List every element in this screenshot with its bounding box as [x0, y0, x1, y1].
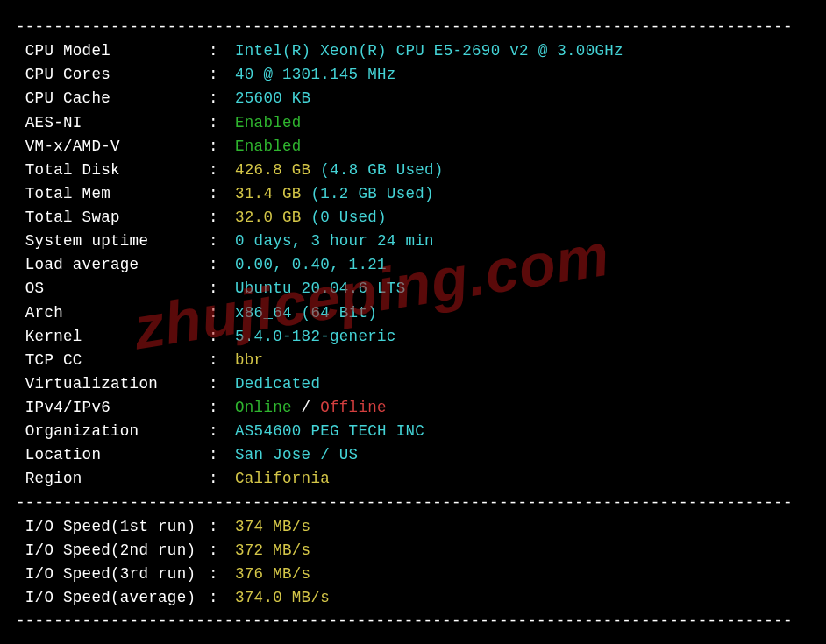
info-label: VM-x/AMD-V	[16, 135, 209, 159]
info-label: I/O Speed(2nd run)	[16, 539, 209, 563]
info-label: Organization	[16, 420, 209, 443]
info-value: San Jose / US	[235, 443, 358, 467]
colon: :	[209, 230, 235, 253]
info-label: Total Swap	[16, 206, 209, 230]
info-label: CPU Cores	[16, 63, 209, 87]
info-row: Total Disk: 426.8 GB (4.8 GB Used)	[16, 159, 810, 182]
colon: :	[209, 372, 235, 396]
io-speed-section: I/O Speed(1st run): 374 MB/s I/O Speed(2…	[16, 515, 810, 611]
info-label: Total Mem	[16, 182, 209, 206]
info-value: Ubuntu 20.04.6 LTS	[235, 277, 405, 301]
info-value: 31.4 GB (1.2 GB Used)	[235, 182, 434, 206]
colon: :	[209, 206, 235, 230]
info-row: CPU Cores: 40 @ 1301.145 MHz	[16, 63, 810, 87]
colon: :	[209, 563, 235, 586]
colon: :	[209, 63, 235, 87]
info-value: Enabled	[235, 111, 302, 135]
info-label: Arch	[16, 301, 209, 325]
info-label: AES-NI	[16, 111, 209, 135]
info-row: Load average: 0.00, 0.40, 1.21	[16, 253, 810, 277]
info-row: VM-x/AMD-V: Enabled	[16, 135, 810, 159]
info-row: I/O Speed(average): 374.0 MB/s	[16, 586, 810, 610]
info-value: 374 MB/s	[235, 515, 310, 539]
info-row: OS: Ubuntu 20.04.6 LTS	[16, 277, 810, 301]
info-value: 426.8 GB (4.8 GB Used)	[235, 159, 444, 182]
info-label: IPv4/IPv6	[16, 396, 209, 420]
info-value: California	[235, 467, 330, 491]
colon: :	[209, 159, 235, 182]
info-label: Location	[16, 443, 209, 467]
info-value: Enabled	[235, 135, 302, 159]
info-label: Kernel	[16, 325, 209, 349]
colon: :	[209, 277, 235, 301]
info-value: AS54600 PEG TECH INC	[235, 420, 424, 443]
info-row: CPU Cache: 25600 KB	[16, 87, 810, 110]
info-row: AES-NI: Enabled	[16, 111, 810, 135]
info-row: System uptime: 0 days, 3 hour 24 min	[16, 230, 810, 253]
colon: :	[209, 443, 235, 467]
info-label: Load average	[16, 253, 209, 277]
info-row: Arch: x86_64 (64 Bit)	[16, 301, 810, 325]
info-label: CPU Model	[16, 39, 209, 63]
colon: :	[209, 515, 235, 539]
colon: :	[209, 420, 235, 443]
colon: :	[209, 253, 235, 277]
info-row: Location: San Jose / US	[16, 443, 810, 467]
info-row: Total Mem: 31.4 GB (1.2 GB Used)	[16, 182, 810, 206]
info-row: Organization: AS54600 PEG TECH INC	[16, 420, 810, 443]
divider-bottom: ----------------------------------------…	[16, 610, 810, 633]
info-label: Region	[16, 467, 209, 491]
colon: :	[209, 586, 235, 610]
colon: :	[209, 182, 235, 206]
colon: :	[209, 325, 235, 349]
info-value: 5.4.0-182-generic	[235, 325, 396, 349]
colon: :	[209, 467, 235, 491]
info-value: 0 days, 3 hour 24 min	[235, 230, 434, 253]
info-row: CPU Model: Intel(R) Xeon(R) CPU E5-2690 …	[16, 39, 810, 63]
info-label: Total Disk	[16, 159, 209, 182]
info-row: I/O Speed(1st run): 374 MB/s	[16, 515, 810, 539]
info-value: 376 MB/s	[235, 563, 310, 586]
info-row: Kernel: 5.4.0-182-generic	[16, 325, 810, 349]
system-info-section: CPU Model: Intel(R) Xeon(R) CPU E5-2690 …	[16, 39, 810, 491]
colon: :	[209, 396, 235, 420]
info-row: Total Swap: 32.0 GB (0 Used)	[16, 206, 810, 230]
info-row: Virtualization: Dedicated	[16, 372, 810, 396]
info-label: Virtualization	[16, 372, 209, 396]
info-value: 25600 KB	[235, 87, 310, 110]
colon: :	[209, 87, 235, 110]
info-label: I/O Speed(average)	[16, 586, 209, 610]
info-value: 0.00, 0.40, 1.21	[235, 253, 387, 277]
info-value: Online / Offline	[235, 396, 387, 420]
info-value: x86_64 (64 Bit)	[235, 301, 377, 325]
info-value: 374.0 MB/s	[235, 586, 330, 610]
divider-mid: ----------------------------------------…	[16, 492, 810, 515]
colon: :	[209, 349, 235, 372]
colon: :	[209, 39, 235, 63]
info-label: CPU Cache	[16, 87, 209, 110]
colon: :	[209, 539, 235, 563]
info-row: TCP CC: bbr	[16, 349, 810, 372]
info-label: TCP CC	[16, 349, 209, 372]
info-label: I/O Speed(1st run)	[16, 515, 209, 539]
colon: :	[209, 135, 235, 159]
info-label: I/O Speed(3rd run)	[16, 563, 209, 586]
info-value: bbr	[235, 349, 263, 372]
info-value: 32.0 GB (0 Used)	[235, 206, 387, 230]
info-row: I/O Speed(2nd run): 372 MB/s	[16, 539, 810, 563]
info-value: Intel(R) Xeon(R) CPU E5-2690 v2 @ 3.00GH…	[235, 39, 623, 63]
info-row: I/O Speed(3rd run): 376 MB/s	[16, 563, 810, 586]
info-row: Region: California	[16, 467, 810, 491]
info-label: OS	[16, 277, 209, 301]
info-row: IPv4/IPv6: Online / Offline	[16, 396, 810, 420]
divider-top: ----------------------------------------…	[16, 16, 810, 39]
colon: :	[209, 111, 235, 135]
info-value: Dedicated	[235, 372, 320, 396]
info-value: 372 MB/s	[235, 539, 310, 563]
colon: :	[209, 301, 235, 325]
info-label: System uptime	[16, 230, 209, 253]
info-value: 40 @ 1301.145 MHz	[235, 63, 396, 87]
